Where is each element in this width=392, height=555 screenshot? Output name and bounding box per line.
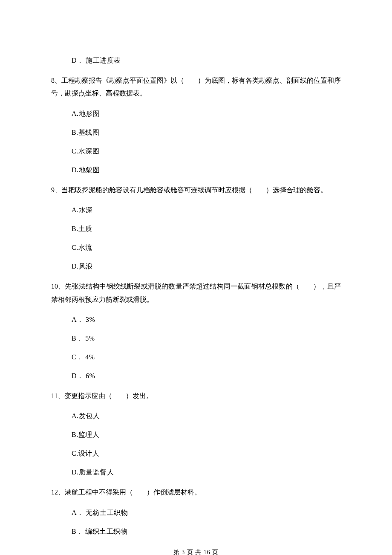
option-label: C. xyxy=(72,147,78,155)
option-b: B． 5% xyxy=(72,333,341,344)
question-number: 11、 xyxy=(51,392,64,399)
option-text: 水深 xyxy=(79,206,93,214)
option-label: C. xyxy=(72,450,78,457)
stem-before: 先张法结构中钢绞线断裂或滑脱的数量严禁超过结构同一截面钢材总根数的（ xyxy=(65,283,300,290)
options-list: A.发包人 B.监理人 C.设计人 D.质量监督人 xyxy=(51,411,341,477)
option-text: 发包人 xyxy=(79,412,100,419)
question-stem: 9、当耙吸挖泥船的舱容设有几档舱容或舱容可连续调节时应根据（ ）选择合理的舱容。 xyxy=(51,184,341,197)
question-stem: 8、工程勘察报告《勘察点平面位置图》以（ ）为底图，标有各类勘察点、剖面线的位置… xyxy=(51,74,341,100)
page-footer: 第 3 页 共 16 页 xyxy=(51,548,341,555)
option-label: B. xyxy=(72,129,78,136)
option-label: A. xyxy=(72,206,79,214)
option-text: 水流 xyxy=(78,244,92,251)
option-label: C． xyxy=(72,353,84,361)
option-a: A.发包人 xyxy=(72,411,341,421)
option-d: D.风浪 xyxy=(72,261,341,272)
option-label: C. xyxy=(72,244,78,251)
question-9: 9、当耙吸挖泥船的舱容设有几档舱容或舱容可连续调节时应根据（ ）选择合理的舱容。… xyxy=(51,184,341,272)
question-8: 8、工程勘察报告《勘察点平面位置图》以（ ）为底图，标有各类勘察点、剖面线的位置… xyxy=(51,74,341,175)
option-label: A. xyxy=(72,412,79,419)
options-list: A.水深 B.土质 C.水流 D.风浪 xyxy=(51,205,341,272)
option-d: D.质量监督人 xyxy=(72,467,341,477)
stem-blank xyxy=(300,283,313,290)
option-label: A． xyxy=(72,509,84,516)
option-c: C.水流 xyxy=(72,243,341,253)
option-c: C． 4% xyxy=(72,352,341,362)
question-12: 12、港航工程中不得采用（ ）作倒滤层材料。 A． 无纺土工织物 B． 编织土工… xyxy=(51,486,341,536)
option-b: B.基线图 xyxy=(72,127,341,138)
option-d: D.地貌图 xyxy=(72,165,341,175)
option-text: 6% xyxy=(86,372,95,379)
option-b: B.监理人 xyxy=(72,430,341,440)
option-text: 监理人 xyxy=(78,431,100,438)
option-a: A． 3% xyxy=(72,315,341,325)
option-label: B. xyxy=(72,431,78,438)
stem-before: 工程勘察报告《勘察点平面位置图》以（ xyxy=(61,77,184,84)
option-text: 土质 xyxy=(78,225,92,232)
stem-after: ）选择合理的舱容。 xyxy=(266,186,327,194)
option-b: B.土质 xyxy=(72,224,341,234)
option-label: D. xyxy=(72,468,79,476)
footer-suffix: 页 xyxy=(210,549,219,555)
question-number: 12、 xyxy=(51,489,65,496)
option-label: D． xyxy=(72,57,84,64)
question-stem: 11、变更指示应由（ ）发出。 xyxy=(51,390,341,402)
options-list: A.地形图 B.基线图 C.水深图 D.地貌图 xyxy=(51,109,341,175)
option-label: D. xyxy=(72,166,79,173)
stem-blank xyxy=(184,77,198,84)
option-a: A.地形图 xyxy=(72,109,341,119)
option-label: A． xyxy=(72,316,84,323)
option-text: 设计人 xyxy=(78,450,100,457)
option-text: 3% xyxy=(86,316,95,323)
option-label: D. xyxy=(72,263,79,270)
option-label: B． xyxy=(72,335,84,342)
question-number: 10、 xyxy=(51,283,65,290)
footer-middle: 页 共 xyxy=(185,549,204,555)
option-label: B. xyxy=(72,225,78,232)
option-text: 地形图 xyxy=(79,110,100,117)
stem-blank xyxy=(252,186,266,194)
option-text: 地貌图 xyxy=(79,166,100,173)
option-text: 编织土工织物 xyxy=(85,528,127,535)
option-text: 4% xyxy=(85,353,95,361)
options-list: A． 3% B． 5% C． 4% D． 6% xyxy=(51,315,341,381)
option-label: B． xyxy=(72,528,84,535)
stem-before: 港航工程中不得采用（ xyxy=(65,489,133,496)
question-10: 10、先张法结构中钢绞线断裂或滑脱的数量严禁超过结构同一截面钢材总根数的（ ），… xyxy=(51,280,341,381)
footer-total-pages: 16 xyxy=(204,549,210,555)
option-text: 无纺土工织物 xyxy=(86,509,128,516)
option-b: B． 编织土工织物 xyxy=(72,526,341,537)
stem-blank xyxy=(133,489,147,496)
stem-after: ）发出。 xyxy=(126,392,153,399)
question-number: 8、 xyxy=(51,77,61,84)
question-stem: 10、先张法结构中钢绞线断裂或滑脱的数量严禁超过结构同一截面钢材总根数的（ ），… xyxy=(51,280,341,306)
option-a: A.水深 xyxy=(72,205,341,215)
option-text: 水深图 xyxy=(78,147,100,155)
question-11: 11、变更指示应由（ ）发出。 A.发包人 B.监理人 C.设计人 D.质量监督… xyxy=(51,390,341,477)
orphan-option-block: D． 施工进度表 xyxy=(51,55,341,66)
stem-after: ）作倒滤层材料。 xyxy=(147,489,201,496)
option-text: 质量监督人 xyxy=(79,468,114,476)
option-label: D． xyxy=(72,372,84,379)
option-text: 5% xyxy=(85,335,95,342)
stem-before: 当耙吸挖泥船的舱容设有几档舱容或舱容可连续调节时应根据（ xyxy=(61,186,252,194)
stem-before: 变更指示应由（ xyxy=(64,392,112,399)
question-stem: 12、港航工程中不得采用（ ）作倒滤层材料。 xyxy=(51,486,341,499)
options-list: A． 无纺土工织物 B． 编织土工织物 xyxy=(51,508,341,537)
option-text: 基线图 xyxy=(78,129,100,136)
question-number: 9、 xyxy=(51,186,61,194)
option-label: A. xyxy=(72,110,79,117)
option-a: A． 无纺土工织物 xyxy=(72,508,341,518)
stem-blank xyxy=(112,392,126,399)
option-d: D． 6% xyxy=(72,371,341,381)
option-text: 风浪 xyxy=(79,263,93,270)
option-text: 施工进度表 xyxy=(86,57,121,64)
option-c: C.水深图 xyxy=(72,146,341,156)
footer-prefix: 第 xyxy=(173,549,182,555)
option-c: C.设计人 xyxy=(72,448,341,459)
option-item: D． 施工进度表 xyxy=(72,55,341,66)
